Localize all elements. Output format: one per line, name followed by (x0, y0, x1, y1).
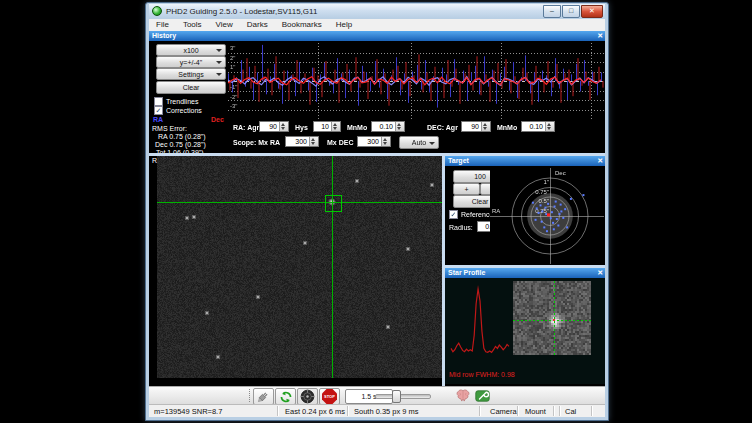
y-tick: 2" (230, 55, 235, 61)
corrections-label: Corrections (166, 107, 202, 114)
guide-target-icon (300, 389, 315, 404)
lock-crosshair-horizontal (157, 202, 442, 203)
main-toolbar: STOP 1.5 s (149, 386, 605, 406)
dec-agr-spinner[interactable]: 90 (461, 121, 491, 132)
status-star-mass-snr: m=139549 SNR=8.7 (154, 407, 222, 416)
mx-dec-value[interactable]: 300 (358, 137, 381, 146)
target-panel: Target ✕ 100 + - Clear ✓ Reference Circl… (445, 156, 605, 265)
star-profile-titlebar[interactable]: Star Profile ✕ (445, 268, 605, 278)
hys-value[interactable]: 10 (314, 122, 331, 131)
lock-position-box (325, 195, 342, 212)
target-close-icon[interactable]: ✕ (597, 156, 603, 166)
corrections-checkbox[interactable]: ✓ Corrections (154, 106, 202, 115)
graph-clear-label: Clear (183, 84, 200, 91)
status-separator (553, 406, 555, 416)
status-separator (479, 406, 481, 416)
ra-agr-spinner[interactable]: 90 (259, 121, 289, 132)
toolbar-grip[interactable] (249, 389, 250, 402)
close-button[interactable]: ✕ (581, 5, 603, 18)
mx-ra-value[interactable]: 300 (286, 137, 309, 146)
menu-tools[interactable]: Tools (176, 19, 209, 31)
title-bar[interactable]: PHD2 Guiding 2.5.0 - Lodestar,SV115,G11 … (149, 4, 605, 18)
ra-legend-label[interactable]: RA (153, 116, 163, 123)
mx-dec-spinner[interactable]: 300 (357, 136, 391, 147)
graph-scale-dropdown[interactable]: x100 (156, 44, 226, 56)
graph-settings-dropdown[interactable]: Settings (156, 68, 226, 80)
history-panel-titlebar[interactable]: History ✕ (149, 31, 605, 41)
connect-equipment-button[interactable] (253, 388, 274, 405)
dec-mnmo-spinner[interactable]: 0.10 (521, 121, 555, 132)
spinner-arrows[interactable] (309, 137, 318, 146)
dec-agr-value[interactable]: 90 (462, 122, 481, 131)
dec-legend-label[interactable]: Dec (211, 116, 224, 123)
advanced-settings-button[interactable] (453, 388, 472, 403)
hys-spinner[interactable]: 10 (313, 121, 341, 132)
spinner-arrows[interactable] (545, 122, 554, 131)
y-tick: -3" (230, 103, 237, 109)
gamma-slider-thumb[interactable] (392, 390, 401, 403)
spinner-arrows[interactable] (279, 122, 288, 131)
graph-yscale-dropdown[interactable]: y=+/-4" (156, 56, 226, 68)
maximize-button[interactable]: □ (562, 5, 580, 18)
camera-setup-button[interactable] (473, 388, 492, 403)
star-profile-panel: Star Profile ✕ Mid row FWHM: 0.98 (445, 268, 605, 384)
window-title: PHD2 Guiding 2.5.0 - Lodestar,SV115,G11 (166, 7, 317, 16)
checkbox-box-checked[interactable]: ✓ (154, 106, 163, 115)
guide-camera-image[interactable] (157, 156, 442, 378)
checkbox-box[interactable] (154, 97, 163, 106)
chevron-down-icon (216, 49, 222, 52)
history-panel: History ✕ x100 y=+/-4" Settings Clear Tr… (149, 31, 605, 153)
star-profile-title: Star Profile (448, 269, 485, 276)
ra-mnmo-value[interactable]: 0.10 (372, 122, 395, 131)
status-mount: Mount (525, 407, 546, 416)
menu-help[interactable]: Help (329, 19, 359, 31)
ra-mnmo-spinner[interactable]: 0.10 (371, 121, 405, 132)
target-scatter-plot (490, 168, 604, 264)
wrench-tool-icon (475, 389, 490, 403)
status-separator (347, 406, 349, 416)
target-panel-titlebar[interactable]: Target ✕ (445, 156, 605, 166)
history-graph-canvas (228, 43, 605, 119)
stop-sign-icon: STOP (322, 389, 337, 404)
gamma-slider-track[interactable] (375, 394, 431, 399)
menu-file[interactable]: File (149, 19, 176, 31)
menu-view[interactable]: View (209, 19, 240, 31)
ra-agr-value[interactable]: 90 (260, 122, 279, 131)
target-panel-title: Target (448, 157, 469, 164)
scope-mxra-label: Scope: Mx RA (233, 139, 280, 146)
spinner-arrows[interactable] (395, 122, 404, 131)
dec-agr-label: DEC: Agr (427, 124, 458, 131)
dec-guide-mode-value: Auto (412, 139, 426, 146)
zoom-in-label: + (464, 186, 468, 193)
checkbox-box-checked[interactable]: ✓ (449, 210, 458, 219)
trendlines-label: Trendlines (166, 98, 198, 105)
spinner-arrows[interactable] (381, 137, 390, 146)
graph-clear-button[interactable]: Clear (156, 81, 226, 94)
graph-yscale-label: y=+/-4" (180, 59, 202, 66)
menu-darks[interactable]: Darks (240, 19, 275, 31)
lock-crosshair-vertical (332, 156, 333, 378)
loop-arrows-icon (279, 390, 293, 404)
history-close-icon[interactable]: ✕ (597, 31, 603, 41)
history-panel-title: History (152, 32, 176, 39)
target-zoom-value: 100 (474, 173, 486, 180)
fwhm-readout: Mid row FWHM: 0.98 (449, 371, 515, 378)
target-zoom-in-button[interactable]: + (453, 183, 480, 195)
phd2-window: PHD2 Guiding 2.5.0 - Lodestar,SV115,G11 … (145, 2, 609, 421)
client-area: File Tools View Darks Bookmarks Help His… (149, 19, 605, 417)
star-profile-close-icon[interactable]: ✕ (597, 268, 603, 278)
status-camera: Camera (490, 407, 517, 416)
trendlines-checkbox[interactable]: Trendlines (154, 97, 198, 106)
stop-button[interactable]: STOP (319, 388, 340, 405)
loop-exposures-button[interactable] (275, 388, 296, 405)
minimize-button[interactable]: – (543, 5, 561, 18)
start-guiding-button[interactable] (297, 388, 318, 405)
dec-mnmo-value[interactable]: 0.10 (522, 122, 545, 131)
menu-bookmarks[interactable]: Bookmarks (275, 19, 329, 31)
dec-guide-mode-dropdown[interactable]: Auto (399, 136, 439, 149)
mx-ra-spinner[interactable]: 300 (285, 136, 319, 147)
status-separator (559, 406, 561, 416)
spinner-arrows[interactable] (331, 122, 340, 131)
status-bar: m=139549 SNR=8.7 East 0.24 px 6 ms South… (149, 404, 605, 417)
spinner-arrows[interactable] (481, 122, 490, 131)
